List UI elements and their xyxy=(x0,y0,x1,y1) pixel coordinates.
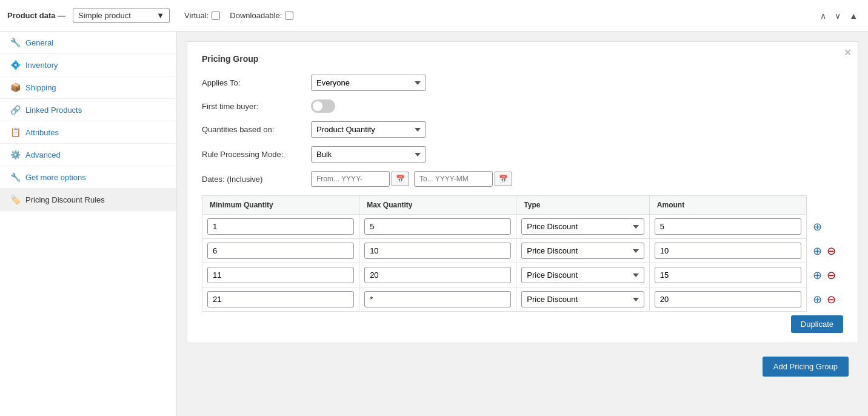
amount-input[interactable] xyxy=(655,291,801,307)
col-header-type: Type xyxy=(516,196,650,215)
quantities-based-on-label: Quantities based on: xyxy=(202,125,311,134)
pricing-group-card: Pricing Group ✕ Applies To: Everyone Log… xyxy=(187,41,858,343)
first-time-buyer-label: First time buyer: xyxy=(202,102,311,111)
sidebar-item-get-more-options-label: Get more options xyxy=(25,173,86,182)
applies-to-select-wrap: Everyone Logged In Users Guests xyxy=(311,75,426,91)
close-button[interactable]: ✕ xyxy=(844,48,852,58)
sidebar-item-inventory-label: Inventory xyxy=(25,61,58,70)
add-row-button[interactable]: ⊕ xyxy=(812,244,823,258)
virtual-checkbox[interactable] xyxy=(212,12,220,20)
tag-icon: 🏷️ xyxy=(10,195,21,204)
pricing-group-title: Pricing Group xyxy=(202,54,843,64)
chevron-down-icon: ▼ xyxy=(156,11,164,20)
downloadable-checkbox[interactable] xyxy=(285,12,293,20)
col-header-min-qty: Minimum Quantity xyxy=(202,196,359,215)
table-row: Price DiscountPercentage DiscountFixed P… xyxy=(202,263,843,287)
sidebar-item-advanced[interactable]: ⚙️ Advanced xyxy=(0,144,176,166)
max-qty-input[interactable] xyxy=(364,291,511,307)
sidebar-item-general[interactable]: 🔧 General xyxy=(0,32,176,54)
link-icon: 🔗 xyxy=(10,105,21,115)
card-footer: Duplicate xyxy=(202,315,843,333)
add-row-button[interactable]: ⊕ xyxy=(812,293,823,306)
get-more-icon: 🔧 xyxy=(10,172,21,182)
first-time-buyer-toggle-wrap xyxy=(311,99,335,113)
quantities-based-on-select[interactable]: Product Quantity Cart Quantity xyxy=(311,121,426,138)
rule-processing-mode-select-wrap: Bulk Tiered xyxy=(311,146,426,163)
amount-input[interactable] xyxy=(655,218,801,235)
date-to-input[interactable] xyxy=(414,171,493,187)
content-area: Pricing Group ✕ Applies To: Everyone Log… xyxy=(177,32,868,416)
inventory-icon: 💠 xyxy=(10,60,21,70)
row-actions: ⊕⊖ xyxy=(812,244,838,258)
pricing-table: Minimum Quantity Max Quantity Type Amoun… xyxy=(202,195,843,312)
sidebar-item-attributes[interactable]: 📋 Attributes xyxy=(0,121,176,144)
amount-input[interactable] xyxy=(655,267,801,283)
downloadable-label: Downloadable: xyxy=(230,11,282,20)
max-qty-input[interactable] xyxy=(364,218,511,235)
row-actions: ⊕⊖ xyxy=(812,293,838,306)
arrow-down-button[interactable]: ∨ xyxy=(832,10,844,22)
checkbox-group: Virtual: Downloadable: xyxy=(184,11,293,20)
col-header-amount: Amount xyxy=(649,196,806,215)
sidebar-item-general-label: General xyxy=(25,38,53,47)
downloadable-checkbox-label[interactable]: Downloadable: xyxy=(230,11,293,20)
sidebar-item-pricing-discount-rules-label: Pricing Discount Rules xyxy=(25,195,105,204)
add-row-button[interactable]: ⊕ xyxy=(812,220,823,233)
min-qty-input[interactable] xyxy=(207,243,354,259)
date-group: 📅 📅 xyxy=(311,171,512,187)
applies-to-label: Applies To: xyxy=(202,78,311,87)
max-qty-input[interactable] xyxy=(364,267,511,283)
sidebar-item-linked-products[interactable]: 🔗 Linked Products xyxy=(0,99,176,121)
sidebar-item-advanced-label: Advanced xyxy=(25,150,61,159)
quantities-based-on-row: Quantities based on: Product Quantity Ca… xyxy=(202,121,843,138)
min-qty-input[interactable] xyxy=(207,218,354,235)
sidebar-item-get-more-options[interactable]: 🔧 Get more options xyxy=(0,166,176,189)
sidebar-item-shipping[interactable]: 📦 Shipping xyxy=(0,76,176,99)
sidebar: 🔧 General 💠 Inventory 📦 Shipping 🔗 Linke… xyxy=(0,32,177,416)
remove-row-button[interactable]: ⊖ xyxy=(826,244,837,258)
advanced-icon: ⚙️ xyxy=(10,150,21,159)
date-from-calendar-button[interactable]: 📅 xyxy=(392,172,409,186)
col-header-actions xyxy=(807,196,843,215)
product-type-value: Simple product xyxy=(78,11,131,20)
page-footer: Add Pricing Group xyxy=(187,351,858,383)
rule-processing-mode-select[interactable]: Bulk Tiered xyxy=(311,146,426,163)
min-qty-input[interactable] xyxy=(207,267,354,283)
max-qty-input[interactable] xyxy=(364,243,511,259)
sidebar-item-linked-products-label: Linked Products xyxy=(25,106,82,115)
row-actions: ⊕⊖ xyxy=(812,269,838,282)
duplicate-button[interactable]: Duplicate xyxy=(791,315,843,333)
applies-to-select[interactable]: Everyone Logged In Users Guests xyxy=(311,75,426,91)
first-time-buyer-toggle[interactable] xyxy=(311,99,335,113)
product-type-select[interactable]: Simple product ▼ xyxy=(73,8,170,23)
type-select[interactable]: Price DiscountPercentage DiscountFixed P… xyxy=(521,218,644,235)
table-row: Price DiscountPercentage DiscountFixed P… xyxy=(202,215,843,239)
amount-input[interactable] xyxy=(655,243,801,259)
first-time-buyer-row: First time buyer: xyxy=(202,99,843,113)
rule-processing-mode-row: Rule Processing Mode: Bulk Tiered xyxy=(202,146,843,163)
top-bar: Product data — Simple product ▼ Virtual:… xyxy=(0,0,868,32)
table-row: Price DiscountPercentage DiscountFixed P… xyxy=(202,287,843,312)
type-select[interactable]: Price DiscountPercentage DiscountFixed P… xyxy=(521,291,644,307)
col-header-max-qty: Max Quantity xyxy=(359,196,516,215)
sidebar-item-shipping-label: Shipping xyxy=(25,83,56,92)
dates-row: Dates: (Inclusive) 📅 📅 xyxy=(202,171,843,187)
shipping-icon: 📦 xyxy=(10,82,21,92)
virtual-checkbox-label[interactable]: Virtual: xyxy=(184,11,220,20)
date-to-calendar-button[interactable]: 📅 xyxy=(495,172,512,186)
remove-row-button[interactable]: ⊖ xyxy=(826,293,837,306)
type-select[interactable]: Price DiscountPercentage DiscountFixed P… xyxy=(521,243,644,259)
quantities-based-on-select-wrap: Product Quantity Cart Quantity xyxy=(311,121,426,138)
add-row-button[interactable]: ⊕ xyxy=(812,269,823,282)
arrow-up-button[interactable]: ∧ xyxy=(817,10,829,22)
date-from-input[interactable] xyxy=(311,171,390,187)
type-select[interactable]: Price DiscountPercentage DiscountFixed P… xyxy=(521,267,644,283)
remove-row-button[interactable]: ⊖ xyxy=(826,269,837,282)
sidebar-item-pricing-discount-rules[interactable]: 🏷️ Pricing Discount Rules xyxy=(0,189,176,211)
min-qty-input[interactable] xyxy=(207,291,354,307)
product-data-label: Product data — xyxy=(7,11,65,20)
sidebar-item-inventory[interactable]: 💠 Inventory xyxy=(0,54,176,76)
arrow-collapse-button[interactable]: ▲ xyxy=(846,10,861,22)
wrench-icon: 🔧 xyxy=(10,38,21,47)
add-pricing-group-button[interactable]: Add Pricing Group xyxy=(763,357,849,377)
